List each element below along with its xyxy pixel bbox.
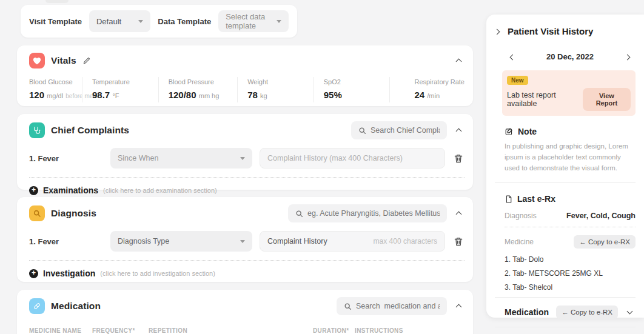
search-icon [344,302,352,310]
vital-blood-glucose: Blood Glucose 120 mg/dl before meal [29,77,82,102]
panel-title: Patient Visit History [508,26,593,36]
diagnosis-card: Diagnosis 1. Fever Diagnosis Type Compla… [17,197,473,282]
lab-report-banner: New Lab test report available View Repor… [502,70,636,116]
plus-circle-icon: + [29,186,38,195]
medicine-list: 1. Tab- Dolo 2. Tab- METSCORE 25MG XL 3.… [505,255,636,292]
visit-template-label: Visit Template [29,17,82,26]
vital-spo2: SpO2 95% [314,77,390,102]
document-icon [505,195,513,204]
medication-card: Medication MEDICINE NAME FREQUENCY* REPE… [17,290,473,334]
diagnosis-search-input[interactable] [307,209,440,218]
visit-template-dropdown[interactable]: Default [89,10,150,32]
vitals-card: Vitals Blood Glucose 120 mg/dl before me… [17,45,473,106]
add-investigation-row[interactable]: + Investigation (click here to add inves… [29,269,465,278]
collapse-diagnosis-button[interactable] [453,205,465,221]
complaint-history-input[interactable] [267,154,437,162]
since-when-dropdown[interactable]: Since When [110,148,252,169]
diagnosis-value: Fever, Cold, Cough [566,212,636,220]
chief-complaints-search-input[interactable] [371,126,440,135]
data-template-placeholder: Select data template [226,12,272,30]
divider [495,182,636,183]
medication-search[interactable] [337,297,447,315]
arrow-left-icon: ← [579,238,586,245]
medicine-label: Medicine [505,238,534,246]
examinations-title: Examinations [43,185,98,195]
heart-icon [29,53,45,68]
sidebar-row-notes: Notes ← Copy to e-RX [495,327,636,334]
column-instructions: INSTRUCTIONS [355,327,465,334]
diagnosis-history-hint: max 400 characters [374,237,437,245]
investigation-title: Investigation [43,269,95,278]
collapse-chief-complaints-button[interactable] [453,122,465,138]
list-item: 2. Tab- METSCORE 25MG XL [505,269,636,278]
last-erx-title: Last e-Rx [517,194,555,204]
edit-pencil-icon[interactable] [82,56,91,65]
copy-medication-to-erx-button[interactable]: ← Copy to e-RX [556,306,618,319]
expand-medication-button[interactable] [624,304,636,320]
diagnosis-history-field[interactable]: Complaint History max 400 characters [260,231,445,252]
diagnosis-search[interactable] [288,204,447,222]
pill-icon [29,298,45,314]
note-body: In publishing and graphic design, Lorem … [505,141,636,173]
next-date-button[interactable] [622,48,633,64]
vitals-title: Vitals [51,55,76,66]
list-item: 1. Tab- Dolo [505,255,636,264]
delete-diagnosis-button[interactable] [452,235,465,248]
add-examinations-row[interactable]: + Examinations (click here to add examin… [29,185,465,195]
dotted-divider [29,177,465,178]
medication-title: Medication [51,301,101,312]
chief-complaints-title: Chief Complaints [51,125,129,136]
delete-complaint-button[interactable] [452,152,465,165]
date-navigation: 20 Dec, 2022 [505,48,636,64]
diagnosis-search-icon [29,205,45,221]
note-title: Note [518,127,537,136]
vital-blood-pressure: Blood Pressure 120/80 mm hg [158,77,237,102]
diagnosis-type-dropdown[interactable]: Diagnosis Type [110,231,252,252]
medication-table-header: MEDICINE NAME FREQUENCY* REPETITION DURA… [29,327,465,334]
dotted-divider [29,260,465,261]
patient-visit-history-panel: Patient Visit History 20 Dec, 2022 New L… [486,15,644,318]
search-icon [295,210,303,218]
complaint-name: 1. Fever [29,154,103,163]
diagnosis-history-value: Complaint History [267,237,327,245]
plus-circle-icon: + [29,269,38,278]
chevron-down-icon [277,20,281,23]
complaint-history-field[interactable] [260,148,445,169]
vital-respiratory-rate: Respiratory Rate 24 /min [389,77,465,102]
medication-search-input[interactable] [356,302,440,310]
cropped-top-element [45,0,69,3]
stethoscope-icon [29,122,45,138]
column-duration: DURATION* [313,327,355,334]
dotted-divider [505,227,636,227]
template-bar: Visit Template Default Data Template Sel… [21,5,297,38]
vital-weight: Weight 78 kg [237,77,314,102]
previous-date-button[interactable] [507,48,518,64]
chief-complaints-card: Chief Complaints 1. Fever Since When + E… [17,114,473,190]
diagnosis-label: Diagnosis [505,212,537,220]
data-template-dropdown[interactable]: Select data template [218,10,289,32]
chevron-down-icon [240,157,245,160]
chief-complaints-search[interactable] [351,121,447,139]
data-template-label: Data Template [158,17,211,26]
new-badge: New [507,76,528,85]
diagnosis-title: Diagnosis [51,208,96,219]
vital-temperature: Temperature 98.7 °F [82,77,158,102]
collapse-vitals-button[interactable] [453,53,465,68]
collapse-panel-button[interactable] [491,23,503,39]
visit-date: 20 Dec, 2022 [546,52,594,61]
chevron-down-icon [240,240,245,243]
examinations-hint: (click here to add examination section) [103,187,217,194]
copy-medicine-to-erx-button[interactable]: ← Copy to e-RX [574,235,636,249]
column-frequency: FREQUENCY* [92,327,149,334]
diagnosis-name: 1. Fever [29,237,103,246]
column-repetition: REPETITION [149,327,313,334]
investigation-hint: (click here to add investigation section… [100,270,215,277]
list-item: 3. Tab- Shelcol [505,283,636,292]
view-report-button[interactable]: View Report [583,88,631,111]
sidebar-row-medication: Medication ← Copy to e-RX [495,297,636,327]
collapse-medication-button[interactable] [453,298,465,314]
note-icon [505,127,514,136]
chevron-down-icon [138,20,143,23]
arrow-left-icon: ← [562,309,569,316]
visit-template-value: Default [96,17,121,26]
